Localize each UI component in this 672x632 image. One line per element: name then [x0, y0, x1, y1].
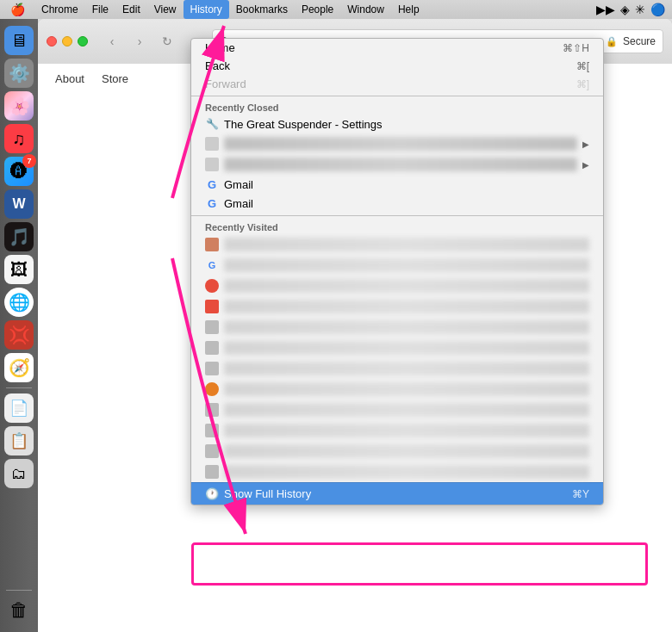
- dock-music[interactable]: ♫: [4, 124, 34, 153]
- dock-word[interactable]: W: [4, 189, 34, 219]
- dock-doc3[interactable]: 🗂: [4, 459, 34, 488]
- dock-doc1[interactable]: 📄: [4, 393, 34, 423]
- menubar-icon-3: ✳: [635, 3, 645, 16]
- rv-text-2: [224, 258, 589, 272]
- rv-icon-5: [205, 320, 219, 334]
- gmail-icon-1: G: [205, 177, 219, 191]
- rv-item-6[interactable]: [191, 338, 603, 358]
- menu-bookmarks[interactable]: Bookmarks: [229, 0, 295, 19]
- menu-window[interactable]: Window: [340, 0, 391, 19]
- dock-chrome[interactable]: 🌐: [4, 288, 34, 317]
- dock-finder[interactable]: 🖥: [4, 26, 34, 55]
- rv-text-5: [224, 320, 589, 334]
- recently-visited-label: Recently Visited: [191, 219, 603, 234]
- menu-item-home[interactable]: Home ⌘⇧H: [191, 39, 603, 57]
- menu-item-back[interactable]: Back ⌘[: [191, 57, 603, 75]
- apple-menu[interactable]: 🍎: [0, 3, 34, 16]
- rv-icon-9: [205, 403, 219, 417]
- rv-item-3[interactable]: [191, 276, 603, 296]
- dock-spotify[interactable]: 🎵: [4, 222, 34, 251]
- suspender-icon: 🔧: [205, 117, 219, 131]
- rv-item-11[interactable]: [191, 441, 603, 462]
- dock-appstore[interactable]: 🅐 7: [4, 157, 34, 186]
- rv-icon-7: [205, 362, 219, 375]
- rv-icon-11: [205, 444, 219, 458]
- menu-item-gmail-1[interactable]: G Gmail: [191, 175, 603, 194]
- close-button[interactable]: [47, 36, 57, 46]
- separator-1: [191, 96, 603, 96]
- rv-item-1[interactable]: [191, 234, 603, 255]
- menu-item-forward[interactable]: Forward ⌘]: [191, 75, 603, 93]
- blurred-text-2: [224, 158, 577, 171]
- menu-history[interactable]: History: [184, 0, 229, 19]
- menu-chrome[interactable]: Chrome: [34, 0, 85, 19]
- rv-icon-2: G: [205, 258, 219, 272]
- dock-dash[interactable]: 💢: [4, 320, 34, 350]
- menubar-icon-1: ▶▶: [596, 3, 615, 16]
- history-clock-icon: 🕐: [205, 487, 219, 500]
- rv-text-4: [224, 300, 589, 313]
- secure-label: Secure: [623, 35, 656, 47]
- minimize-button[interactable]: [62, 36, 72, 46]
- rv-icon-10: [205, 424, 219, 437]
- submenu-arrow-2: ▶: [582, 160, 589, 170]
- rv-icon-1: [205, 238, 219, 251]
- separator-2: [191, 215, 603, 216]
- forward-button[interactable]: ›: [129, 31, 150, 52]
- dock-separator-2: [6, 590, 32, 591]
- rv-icon-12: [205, 465, 219, 479]
- back-button[interactable]: ‹: [102, 31, 122, 52]
- recently-closed-label: Recently Closed: [191, 99, 603, 115]
- submenu-arrow-1: ▶: [582, 139, 589, 149]
- store-link[interactable]: Store: [102, 72, 128, 85]
- rv-item-2[interactable]: G: [191, 255, 603, 276]
- dock-preview[interactable]: 🖼: [4, 255, 34, 284]
- traffic-lights: [47, 36, 88, 46]
- dock-trash[interactable]: 🗑: [4, 596, 34, 625]
- dock-separator: [6, 387, 32, 388]
- menu-edit[interactable]: Edit: [115, 0, 147, 19]
- menu-people[interactable]: People: [295, 0, 340, 19]
- rv-item-8[interactable]: [191, 379, 603, 400]
- rv-item-5[interactable]: [191, 317, 603, 338]
- menu-view[interactable]: View: [147, 0, 184, 19]
- dock-safari[interactable]: 🧭: [4, 353, 34, 382]
- blurred-text-1: [224, 137, 577, 151]
- menu-item-gmail-2[interactable]: G Gmail: [191, 194, 603, 213]
- rv-text-1: [224, 238, 589, 251]
- maximize-button[interactable]: [78, 36, 88, 46]
- reload-button[interactable]: ↻: [157, 31, 177, 52]
- rv-text-11: [224, 444, 589, 458]
- rv-item-10[interactable]: [191, 420, 603, 441]
- menu-help[interactable]: Help: [391, 0, 426, 19]
- rv-text-9: [224, 403, 589, 417]
- menu-bar: 🍎 Chrome File Edit View History Bookmark…: [0, 0, 672, 19]
- rv-icon-3: [205, 279, 219, 293]
- menu-item-suspender[interactable]: 🔧 The Great Suspender - Settings: [191, 115, 603, 133]
- rv-text-8: [224, 382, 589, 396]
- dock-doc2[interactable]: 📋: [4, 426, 34, 455]
- dock-preferences[interactable]: ⚙️: [4, 59, 34, 88]
- menubar-icon-4: 🔵: [650, 3, 665, 16]
- rv-item-7[interactable]: [191, 358, 603, 379]
- rv-text-6: [224, 341, 589, 355]
- about-link[interactable]: About: [55, 72, 84, 85]
- show-full-history-button[interactable]: 🕐 Show Full History ⌘Y: [191, 482, 603, 505]
- rv-text-10: [224, 424, 589, 437]
- rv-text-12: [224, 465, 589, 479]
- rv-icon-6: [205, 341, 219, 355]
- rv-item-12[interactable]: [191, 462, 603, 482]
- rv-item-4[interactable]: [191, 296, 603, 317]
- menu-file[interactable]: File: [85, 0, 115, 19]
- dock-badge: 7: [22, 154, 36, 168]
- rv-item-9[interactable]: [191, 400, 603, 420]
- rv-icon-8: [205, 382, 219, 396]
- lock-icon: 🔒: [606, 36, 618, 47]
- menu-item-blurred-1[interactable]: ▶: [191, 133, 603, 154]
- menubar-icon-2: ◈: [620, 3, 630, 16]
- dock-photos[interactable]: 🌸: [4, 91, 34, 121]
- blurred-icon-2: [205, 158, 219, 171]
- dock: 🖥 ⚙️ 🌸 ♫ 🅐 7 W 🎵 🖼 🌐 💢 🧭 📄 📋 🗂 🗑: [0, 19, 38, 632]
- menu-item-blurred-2[interactable]: ▶: [191, 154, 603, 175]
- rv-text-7: [224, 362, 589, 375]
